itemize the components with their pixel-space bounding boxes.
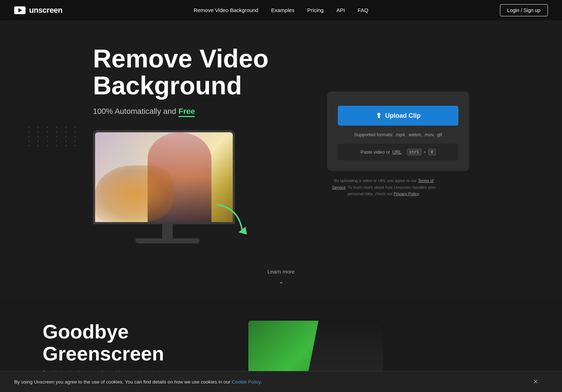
- hero-section: Remove Video Background 100% Automatical…: [0, 20, 562, 261]
- monitor-stand-base: [136, 238, 199, 243]
- privacy-policy-link[interactable]: Privacy Policy: [394, 192, 419, 196]
- cookie-close-button[interactable]: ×: [530, 376, 541, 387]
- upload-panel: ⬆ Upload Clip Supported formats: .mp4, .…: [327, 92, 469, 171]
- paste-bar: Paste video or URL ctrl + V: [338, 144, 458, 160]
- upload-clip-button[interactable]: ⬆ Upload Clip: [338, 106, 458, 126]
- cookie-policy-link[interactable]: Cookie Policy: [232, 379, 260, 385]
- goodbye-left: Goodbye Greenscreen Producing background…: [43, 321, 220, 376]
- learn-more-section: Learn more ⌄: [0, 261, 562, 299]
- logo-text: unscreen: [29, 6, 62, 15]
- nav-links: Remove Video Background Examples Pricing…: [194, 7, 368, 13]
- logo-icon: [14, 6, 26, 14]
- svg-marker-0: [238, 227, 247, 234]
- monitor-wrapper: [93, 130, 242, 243]
- nav-link-faq[interactable]: FAQ: [358, 7, 368, 13]
- navbar: unscreen Remove Video Background Example…: [0, 0, 562, 20]
- v-key: V: [428, 149, 436, 155]
- goodbye-title: Goodbye Greenscreen: [43, 321, 220, 364]
- hero-title-line2: Background: [93, 71, 242, 100]
- cookie-text: By using Unscreen you agree to the use o…: [14, 379, 530, 385]
- plus-sign: +: [424, 149, 426, 155]
- splash-decoration-1: [95, 165, 173, 222]
- arrow-icon: [210, 201, 253, 237]
- nav-link-examples[interactable]: Examples: [271, 7, 294, 13]
- paste-url-link[interactable]: URL: [392, 149, 401, 155]
- nav-link-remove-bg[interactable]: Remove Video Background: [194, 7, 258, 13]
- ctrl-key: ctrl: [407, 149, 422, 155]
- hero-title-line1: Remove Video: [93, 44, 269, 73]
- nav-link-api[interactable]: API: [336, 7, 345, 13]
- logo[interactable]: unscreen: [14, 6, 62, 15]
- hero-left: Remove Video Background 100% Automatical…: [93, 45, 299, 243]
- paste-prefix-text: Paste video or: [360, 149, 390, 155]
- hero-subtitle-prefix: 100% Automatically and: [93, 107, 178, 116]
- hero-subtitle: 100% Automatically and Free: [93, 107, 285, 116]
- learn-more-text: Learn more: [268, 269, 295, 275]
- monitor-stand-neck: [162, 224, 173, 238]
- terms-text: By uploading a video or URL you agree to…: [327, 177, 441, 197]
- hero-subtitle-free: Free: [178, 107, 195, 117]
- nav-link-pricing[interactable]: Pricing: [307, 7, 324, 13]
- upload-icon: ⬆: [376, 111, 382, 120]
- hero-right: ⬆ Upload Clip Supported formats: .mp4, .…: [327, 92, 469, 197]
- supported-formats-text: Supported formats: .mp4, .webm, .mov, .g…: [354, 132, 442, 137]
- hero-title: Remove Video Background: [93, 45, 285, 99]
- upload-btn-label: Upload Clip: [385, 112, 421, 120]
- cookie-banner: By using Unscreen you agree to the use o…: [0, 371, 562, 392]
- dot-pattern: [28, 127, 80, 146]
- login-button[interactable]: Login / Sign up: [500, 4, 548, 16]
- chevron-down-icon: ⌄: [279, 277, 284, 285]
